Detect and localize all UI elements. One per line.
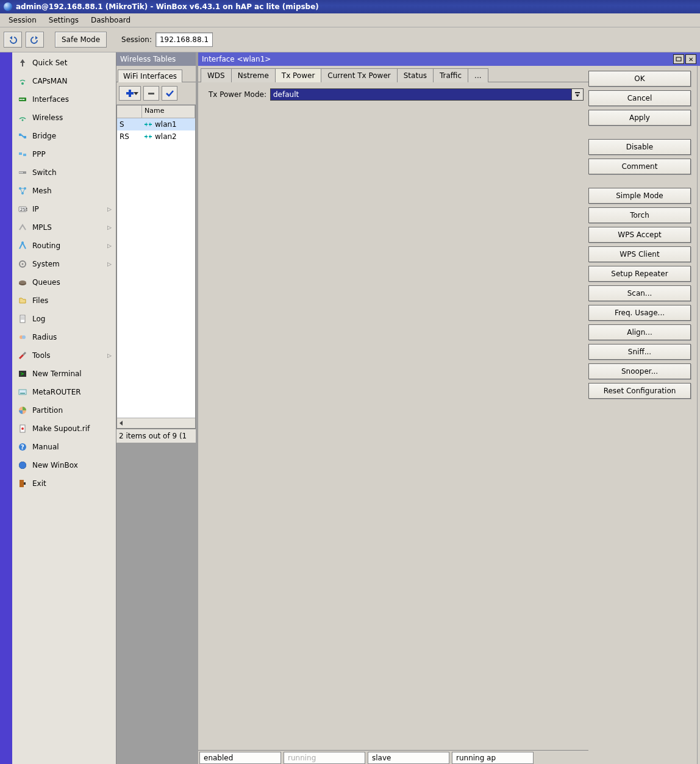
sidebar-item-ppp[interactable]: PPP (12, 145, 116, 163)
window-close-button[interactable]: ✕ (685, 54, 696, 64)
remove-button[interactable] (143, 86, 159, 101)
menu-settings[interactable]: Settings (43, 15, 85, 26)
sidebar-item-quick-set[interactable]: Quick Set (12, 54, 116, 72)
interface-button-column: OK Cancel Apply Disable Comment Simple M… (588, 66, 697, 764)
sniff-button[interactable]: Sniff... (588, 344, 691, 360)
sidebar-item-radius[interactable]: Radius (12, 328, 116, 346)
sidebar-item-label: PPP (32, 150, 46, 159)
freq-usage-button[interactable]: Freq. Usage... (588, 305, 691, 321)
svg-point-1 (21, 82, 24, 85)
ppp-icon (18, 149, 27, 159)
menu-dashboard[interactable]: Dashboard (85, 15, 137, 26)
sidebar-item-capsman[interactable]: CAPsMAN (12, 72, 116, 90)
col-name[interactable]: Name (142, 105, 195, 118)
sidebar-item-mpls[interactable]: MPLS▷ (12, 218, 116, 237)
sidebar-item-label: Bridge (32, 132, 56, 140)
col-flags[interactable] (117, 105, 142, 118)
sidebar-item-log[interactable]: Log (12, 310, 116, 328)
interfaces-icon (18, 95, 27, 104)
status-running-ap: running ap (452, 752, 534, 764)
sidebar-item-make-supout-rif[interactable]: Make Supout.rif (12, 419, 116, 438)
tab-wifi-interfaces[interactable]: WiFi Interfaces (118, 70, 182, 82)
simple-mode-button[interactable]: Simple Mode (588, 188, 691, 204)
snooper-button[interactable]: Snooper... (588, 363, 691, 379)
sidebar-item-wireless[interactable]: Wireless (12, 109, 116, 127)
wireless-icon (18, 113, 27, 123)
h-scrollbar[interactable] (117, 418, 195, 428)
torch-button[interactable]: Torch (588, 207, 691, 223)
menu-session[interactable]: Session (2, 15, 43, 26)
combo-dropdown-button[interactable] (572, 88, 584, 101)
sidebar-item-label: Partition (32, 406, 63, 415)
sidebar-item-label: MetaROUTER (32, 388, 81, 396)
svg-point-35 (21, 427, 24, 430)
sidebar-item-system[interactable]: System▷ (12, 255, 116, 273)
manual-icon: ? (18, 442, 27, 452)
sidebar-item-tools[interactable]: Tools▷ (12, 346, 116, 365)
left-strip (0, 52, 12, 764)
sidebar-item-interfaces[interactable]: Interfaces (12, 90, 116, 109)
sidebar-item-bridge[interactable]: Bridge (12, 127, 116, 145)
svg-rect-7 (19, 134, 21, 136)
sidebar-item-partition[interactable]: Partition (12, 401, 116, 419)
redo-button[interactable] (26, 32, 44, 48)
svg-rect-14 (22, 172, 23, 173)
sidebar-item-new-terminal[interactable]: >New Terminal (12, 365, 116, 383)
sidebar-item-queues[interactable]: Queues (12, 273, 116, 291)
svg-rect-9 (19, 152, 22, 155)
scan-button[interactable]: Scan... (588, 285, 691, 301)
sidebar-item-new-winbox[interactable]: New WinBox (12, 456, 116, 474)
routing-icon (18, 241, 27, 251)
comment-button[interactable]: Comment (588, 159, 691, 174)
align-button[interactable]: Align... (588, 324, 691, 340)
window-restore-button[interactable] (673, 54, 684, 64)
system-icon (18, 259, 27, 269)
tab-traffic[interactable]: Traffic (433, 68, 468, 82)
svg-rect-45 (676, 57, 681, 61)
tab-tx-power[interactable]: Tx Power (275, 68, 322, 82)
wireless-interfaces-table: Name Swlan1RSwlan2 (116, 105, 196, 429)
setup-repeater-button[interactable]: Setup Repeater (588, 266, 691, 282)
session-label: Session: (121, 35, 152, 44)
terminal-icon: > (18, 369, 27, 379)
tab-wds[interactable]: WDS (201, 68, 232, 82)
add-button[interactable] (119, 86, 141, 101)
sidebar-item-exit[interactable]: Exit (12, 474, 116, 493)
sidebar-item-routing[interactable]: Routing▷ (12, 237, 116, 255)
sidebar: Quick SetCAPsMANInterfacesWirelessBridge… (12, 52, 116, 764)
svg-rect-3 (20, 99, 21, 100)
interface-status-strip: enabled running slave running ap (198, 750, 588, 764)
tab--[interactable]: ... (468, 68, 488, 82)
undo-button[interactable] (4, 32, 22, 48)
enable-button[interactable] (162, 86, 177, 101)
tx-power-mode-combo[interactable]: default (270, 88, 584, 101)
table-row[interactable]: RSwlan2 (117, 130, 195, 143)
table-row[interactable]: Swlan1 (117, 118, 195, 130)
sidebar-item-files[interactable]: Files (12, 291, 116, 310)
sidebar-item-metarouter[interactable]: MetaROUTER (12, 383, 116, 401)
wireless-tables-window: Wireless Tables WiFi Interfaces Name (116, 52, 198, 764)
tab-status[interactable]: Status (397, 68, 434, 82)
sidebar-item-ip[interactable]: 255IP▷ (12, 200, 116, 218)
tab-current-tx-power[interactable]: Current Tx Power (321, 68, 397, 82)
sidebar-item-label: Routing (32, 241, 60, 250)
svg-rect-10 (23, 154, 26, 156)
sidebar-item-label: Log (32, 315, 45, 323)
wps-accept-button[interactable]: WPS Accept (588, 227, 691, 243)
safe-mode-button[interactable]: Safe Mode (55, 32, 107, 48)
disable-button[interactable]: Disable (588, 139, 691, 155)
sidebar-item-label: Interfaces (32, 95, 69, 104)
mpls-icon (18, 223, 27, 232)
svg-rect-44 (148, 93, 154, 95)
sidebar-item-mesh[interactable]: Mesh (12, 182, 116, 200)
apply-button[interactable]: Apply (588, 110, 691, 126)
sidebar-item-switch[interactable]: Switch (12, 163, 116, 182)
svg-rect-46 (575, 92, 580, 93)
tab-nstreme[interactable]: Nstreme (231, 68, 276, 82)
ok-button[interactable]: OK (588, 71, 691, 87)
reset-configuration-button[interactable]: Reset Configuration (588, 383, 691, 399)
wps-client-button[interactable]: WPS Client (588, 246, 691, 262)
cancel-button[interactable]: Cancel (588, 90, 691, 106)
mesh-icon (18, 186, 27, 196)
sidebar-item-manual[interactable]: ?Manual (12, 438, 116, 456)
